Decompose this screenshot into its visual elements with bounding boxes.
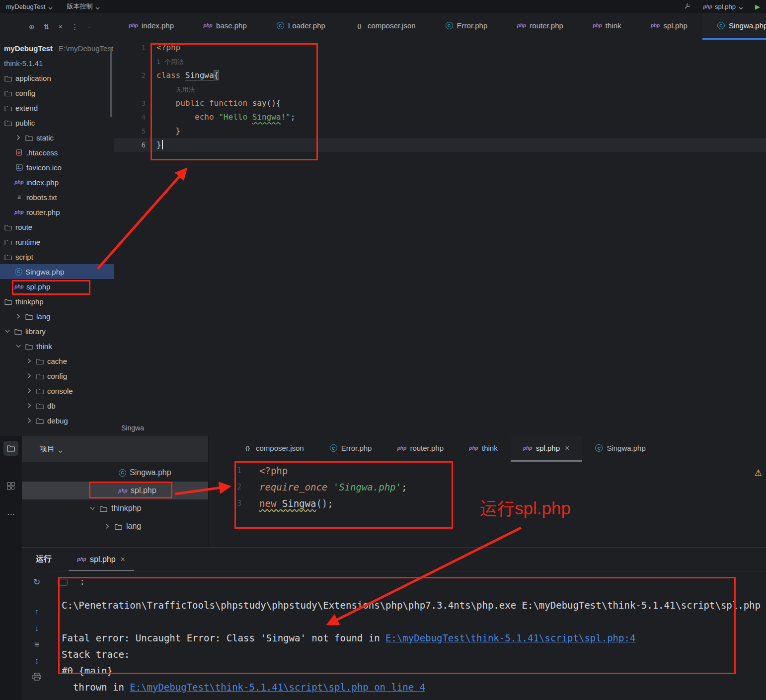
tab-composer.json[interactable]: {}composer.json (230, 436, 317, 462)
tree-item-console[interactable]: console (0, 383, 114, 398)
tree-item-robots.txt[interactable]: ≡robots.txt (0, 190, 114, 205)
line-number[interactable]: 1 (114, 41, 156, 55)
tab-Error.php[interactable]: CError.php (431, 13, 503, 40)
soft-wrap-icon[interactable]: ≡ (34, 640, 39, 650)
tree-item-lang[interactable]: lang (0, 309, 114, 324)
run-button[interactable]: ▶ (755, 3, 760, 10)
tab-base.php[interactable]: phpbase.php (189, 13, 262, 40)
tree-item-Singwa.php[interactable]: CSingwa.php (22, 464, 208, 482)
tree-item-index.php[interactable]: phpindex.php (0, 175, 114, 190)
tree-item-favicon.ico[interactable]: favicon.ico (0, 160, 114, 175)
folded-region-icon[interactable] (58, 579, 68, 586)
tree-root-row[interactable]: myDebugTest E:\myDebugTest (0, 41, 114, 56)
tree-item-Singwa.php[interactable]: CSingwa.php (0, 264, 114, 279)
structure-stripe-button[interactable] (3, 479, 18, 493)
up-stack-icon[interactable]: ↑ (35, 607, 39, 617)
code-area[interactable]: 1<?php2require_once 'Singwa.php';3new Si… (209, 462, 766, 512)
tree-item-library[interactable]: library (0, 324, 114, 339)
line-number[interactable]: 3 (209, 495, 258, 512)
tree-item-db[interactable]: db (0, 398, 114, 413)
chevron-right-icon[interactable] (26, 358, 33, 364)
line-number[interactable]: 1 (209, 463, 258, 479)
line-number[interactable]: 2 (114, 69, 156, 82)
line-number[interactable]: 4 (114, 110, 156, 124)
tree-item-extend[interactable]: extend (0, 100, 114, 115)
project-menu-button[interactable]: myDebugTest (6, 3, 53, 10)
tree-item-lang[interactable]: lang (22, 517, 208, 535)
tab-spl.php[interactable]: phpspl.php (636, 13, 702, 40)
tab-think[interactable]: phpthink (457, 436, 511, 462)
chevron-right-icon[interactable] (26, 418, 33, 423)
vcs-menu-button[interactable]: 版本控制 (67, 2, 100, 11)
close-icon[interactable]: × (565, 444, 569, 453)
scroll-to-end-icon[interactable]: ↕ (35, 656, 39, 666)
tree-version-row[interactable]: think-5.1.41 (0, 56, 114, 70)
line-number[interactable]: 2 (209, 479, 258, 495)
tree-item-application[interactable]: application (0, 70, 114, 85)
chevron-right-icon[interactable] (15, 135, 22, 140)
tree-item-route[interactable]: route (0, 219, 114, 234)
chevron-right-icon[interactable] (15, 313, 22, 319)
chevron-down-icon[interactable] (15, 343, 22, 349)
tree-item-think[interactable]: think (0, 339, 114, 353)
tree-item-script[interactable]: script (0, 249, 114, 264)
tab-composer.json[interactable]: {}composer.json (340, 13, 431, 40)
tree-item-debug[interactable]: debug (0, 413, 114, 428)
chevron-right-icon[interactable] (26, 388, 33, 394)
line-number[interactable]: 3 (114, 96, 156, 110)
tab-think[interactable]: phpthink (578, 13, 636, 40)
tree-item-config[interactable]: config (0, 368, 114, 383)
tab-router.php[interactable]: phprouter.php (384, 436, 457, 462)
more-options-icon[interactable]: ⋮ (72, 23, 78, 31)
chevron-right-icon[interactable] (26, 373, 33, 379)
line-number[interactable] (114, 55, 156, 69)
more-tools-button[interactable]: ⋯ (3, 506, 18, 521)
console-file-link[interactable]: E:\myDebugTest\think-5.1.41\script\spl.p… (130, 682, 425, 693)
tree-item-static[interactable]: static (0, 130, 114, 145)
tab-Loader.php[interactable]: CLoader.php (262, 13, 340, 40)
chevron-down-icon[interactable] (4, 328, 11, 334)
down-stack-icon[interactable]: ↓ (35, 624, 39, 633)
tree-item-config[interactable]: config (0, 85, 114, 100)
hide-panel-icon[interactable]: − (87, 23, 91, 31)
tree-item-public[interactable]: public (0, 115, 114, 130)
tree-item-thinkphp[interactable]: thinkphp (22, 499, 208, 517)
tab-Singwa.php[interactable]: CSingwa.php (702, 13, 766, 40)
run-tab-spl[interactable]: php spl.php × (69, 548, 134, 571)
editor-singwa[interactable]: 1<?php1 个用法2class Singwa{ 无用法3 public fu… (114, 40, 766, 436)
tree-item-cache[interactable]: cache (0, 353, 114, 368)
bottom-panel-header[interactable]: 项目 (22, 436, 208, 462)
tree-item-thinkphp[interactable]: thinkphp (0, 294, 114, 309)
run-configuration-select[interactable]: php spl.php (703, 3, 743, 10)
editor-spl[interactable]: 1<?php2require_once 'Singwa.php';3new Si… (209, 462, 766, 547)
expand-collapse-icon[interactable]: ⇅ (44, 23, 50, 31)
chevron-down-icon[interactable] (89, 505, 96, 511)
tree-item-spl.php[interactable]: phpspl.php (22, 482, 208, 499)
tab-index.php[interactable]: phpindex.php (114, 13, 189, 40)
line-number[interactable]: 5 (114, 124, 156, 138)
collapse-all-icon[interactable]: × (58, 23, 62, 31)
project-stripe-button[interactable] (3, 441, 18, 456)
tree-item-router.php[interactable]: phprouter.php (0, 205, 114, 219)
chevron-right-icon[interactable] (26, 403, 33, 409)
scrollbar-thumb[interactable] (110, 48, 112, 117)
line-number[interactable]: 6 (114, 138, 156, 152)
console-file-link[interactable]: E:\myDebugTest\think-5.1.41\script\spl.p… (385, 632, 635, 643)
tab-router.php[interactable]: phprouter.php (502, 13, 578, 40)
tab-spl.php[interactable]: phpspl.php× (511, 436, 583, 462)
code-area[interactable]: 1<?php1 个用法2class Singwa{ 无用法3 public fu… (114, 40, 766, 152)
tab-Singwa.php[interactable]: CSingwa.php (582, 436, 658, 462)
tab-Error.php[interactable]: CError.php (317, 436, 385, 462)
rerun-icon[interactable]: ↻ (33, 577, 40, 587)
tree-item-spl.php[interactable]: phpspl.php (0, 279, 114, 294)
print-icon[interactable] (32, 673, 41, 683)
chevron-right-icon[interactable] (104, 523, 111, 529)
close-icon[interactable]: × (121, 555, 125, 564)
tree-item-.htaccess[interactable]: .htaccess (0, 145, 114, 160)
inspection-warning-icon[interactable]: ⚠ (755, 468, 762, 478)
locate-file-icon[interactable]: ⊕ (29, 23, 35, 31)
tree-item-runtime[interactable]: runtime (0, 234, 114, 249)
tools-icon[interactable] (684, 2, 691, 11)
line-number[interactable] (114, 82, 156, 96)
run-console[interactable]: : C:\Penetration\TrafficTools\phpstudy\p… (52, 571, 766, 700)
